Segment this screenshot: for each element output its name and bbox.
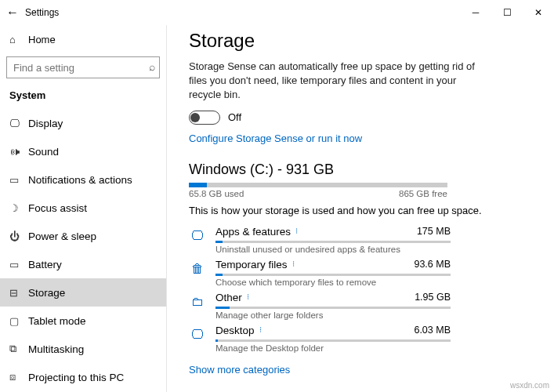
sidebar-item-display[interactable]: 🖵 Display xyxy=(0,109,166,137)
close-button[interactable]: ✕ xyxy=(523,0,554,25)
more-icon: ⁝ xyxy=(295,227,298,235)
category-temporary-files[interactable]: 🗑 Temporary files⁝ 93.6 MB Choose which … xyxy=(189,259,532,287)
projecting-icon: ⧇ xyxy=(9,371,28,383)
home-button[interactable]: ⌂ Home xyxy=(0,25,166,53)
maximize-button[interactable]: ☐ xyxy=(491,0,523,25)
sidebar-item-power-sleep[interactable]: ⏻ Power & sleep xyxy=(0,222,166,250)
page-title: Storage xyxy=(189,30,532,52)
window-title: Settings xyxy=(25,7,59,18)
section-label: System xyxy=(0,85,166,109)
home-label: Home xyxy=(28,34,56,45)
more-icon: ⁝ xyxy=(292,260,295,268)
focus-assist-icon: ☽ xyxy=(9,202,28,214)
storage-icon: ⊟ xyxy=(9,287,28,299)
multitasking-icon: ⧉ xyxy=(9,343,28,355)
battery-icon: ▭ xyxy=(9,259,28,270)
power-icon: ⏻ xyxy=(9,230,28,242)
storage-sense-description: Storage Sense can automatically free up … xyxy=(189,60,487,103)
sidebar-item-multitasking[interactable]: ⧉ Multitasking xyxy=(0,335,166,363)
notifications-icon: ▭ xyxy=(9,174,28,186)
tablet-icon: ▢ xyxy=(9,315,28,327)
sidebar-item-tablet-mode[interactable]: ▢ Tablet mode xyxy=(0,307,166,335)
category-apps-features[interactable]: 🖵 Apps & features⁝ 175 MB Uninstall unus… xyxy=(189,226,532,254)
drive-title: Windows (C:) - 931 GB xyxy=(189,162,532,178)
sidebar-item-sound[interactable]: 🕪 Sound xyxy=(0,137,166,165)
folder-icon: 🗀 xyxy=(189,293,206,310)
desktop-icon: 🖵 xyxy=(189,326,206,343)
sidebar-item-notifications[interactable]: ▭ Notifications & actions xyxy=(0,165,166,194)
sidebar-item-storage[interactable]: ⊟ Storage xyxy=(0,278,166,307)
minimize-button[interactable]: ─ xyxy=(460,0,491,25)
category-desktop[interactable]: 🖵 Desktop⁝ 6.03 MB Manage the Desktop fo… xyxy=(189,325,532,353)
more-icon: ⁝ xyxy=(259,326,262,334)
more-icon: ⁝ xyxy=(247,293,249,301)
category-other[interactable]: 🗀 Other⁝ 1.95 GB Manage other large fold… xyxy=(189,292,532,320)
display-icon: 🖵 xyxy=(9,118,28,129)
show-more-categories-link[interactable]: Show more categories xyxy=(189,364,290,376)
sidebar-item-projecting[interactable]: ⧇ Projecting to this PC xyxy=(0,363,166,391)
storage-sense-toggle[interactable] xyxy=(189,111,220,125)
search-input[interactable] xyxy=(6,56,160,78)
sidebar-item-battery[interactable]: ▭ Battery xyxy=(0,250,166,278)
sidebar-item-focus-assist[interactable]: ☽ Focus assist xyxy=(0,194,166,222)
home-icon: ⌂ xyxy=(9,34,28,45)
toggle-label: Off xyxy=(228,111,241,123)
watermark: wsxdn.com xyxy=(510,381,549,390)
apps-icon: 🖵 xyxy=(189,227,206,245)
free-label: 865 GB free xyxy=(399,189,447,198)
used-label: 65.8 GB used xyxy=(189,189,244,198)
usage-hint: This is how your storage is used and how… xyxy=(189,205,532,216)
drive-usage-bar xyxy=(189,183,447,187)
back-button[interactable]: ← xyxy=(0,5,25,20)
trash-icon: 🗑 xyxy=(189,260,206,278)
sound-icon: 🕪 xyxy=(9,146,28,158)
configure-storage-sense-link[interactable]: Configure Storage Sense or run it now xyxy=(189,132,362,144)
